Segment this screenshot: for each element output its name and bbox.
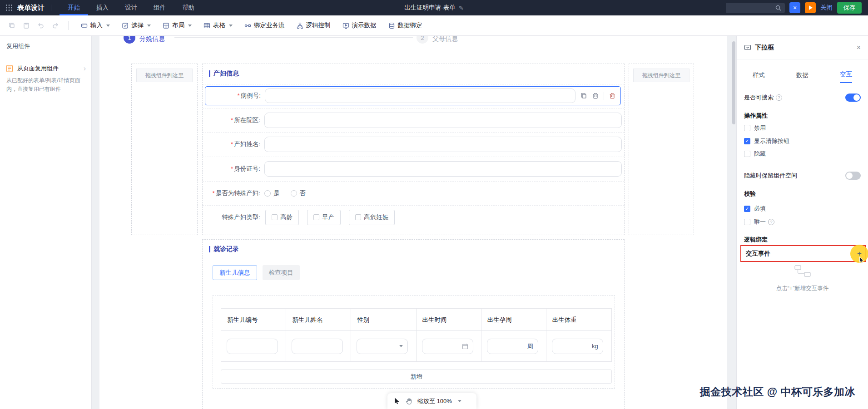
search-input[interactable]	[729, 5, 775, 11]
properties-panel: 下拉框 样式 数据 交互 是否可搜索 ? 操作属性 禁用 显示清除按钮 隐藏	[736, 36, 868, 409]
remove-component-icon[interactable]	[609, 92, 616, 99]
col-newborn-name: 新生儿姓名	[286, 309, 351, 331]
step-1-circle[interactable]: 1	[124, 36, 135, 44]
required-mark: *	[231, 165, 233, 172]
undo-icon[interactable]	[35, 20, 46, 31]
hand-pan-icon[interactable]	[405, 398, 412, 405]
section-maternal-info: 产妇信息 *病例号:	[202, 64, 625, 235]
field-special-maternal: *是否为特殊产妇: 是 否	[203, 181, 622, 205]
id-number-input[interactable]	[264, 161, 622, 177]
field-label: *所在院区:	[203, 116, 260, 124]
tab-style[interactable]: 样式	[737, 62, 780, 83]
birth-weight-input[interactable]: kg	[552, 339, 603, 354]
checkbox[interactable]	[744, 125, 750, 131]
tab-interaction[interactable]: 交互	[824, 62, 868, 83]
menu-item-design[interactable]: 设计	[117, 0, 145, 15]
case-number-input[interactable]	[265, 89, 575, 103]
reuse-component-card[interactable]: 从页面复用组件	[5, 64, 86, 73]
checkbox[interactable]	[744, 219, 750, 225]
close-button[interactable]: 关闭	[820, 4, 833, 12]
birth-time-datepicker[interactable]	[422, 339, 473, 354]
edit-title-icon[interactable]	[459, 5, 464, 11]
help-icon[interactable]: ?	[776, 94, 782, 101]
component-sidebar: 复用组件 从页面复用组件 从已配好的表单/列表/详情页面内，直接复用已有组件	[0, 36, 92, 409]
tab-check-items[interactable]: 检查项目	[263, 265, 300, 280]
keep-space-toggle[interactable]	[845, 172, 861, 180]
toolbar-select-dropdown[interactable]: 选择	[116, 19, 157, 32]
checkbox[interactable]	[744, 151, 750, 157]
chevron-down-icon[interactable]	[458, 400, 461, 402]
field-special-maternal-type: 特殊产妇类型: 高龄 早产 高危妊娠	[203, 205, 622, 229]
pointer-cursor-icon[interactable]	[393, 397, 400, 405]
add-row-button[interactable]: 新增	[221, 370, 612, 384]
dropzone-left[interactable]: 拖拽组件到这里	[131, 64, 198, 235]
section-title: 就诊记录	[209, 245, 239, 253]
toolbar-table-dropdown[interactable]: 表格	[198, 19, 238, 32]
watermark-text: 掘金技术社区 @ 中杯可乐多加冰	[700, 385, 855, 399]
menu-item-component[interactable]: 组件	[145, 0, 174, 15]
checkbox-row-unique[interactable]: 唯一 ?	[737, 217, 868, 227]
dropzone-right[interactable]: 拖拽组件到这里	[629, 64, 694, 235]
checkbox-row-required[interactable]: 必填	[737, 204, 868, 213]
section-title: 产妇信息	[209, 69, 239, 78]
checkbox-checked[interactable]	[744, 138, 750, 144]
panel-header: 下拉框	[737, 36, 868, 59]
newborn-name-input[interactable]	[292, 339, 343, 354]
checkbox-advanced-age[interactable]: 高龄	[265, 210, 299, 225]
clear-button[interactable]	[789, 2, 800, 13]
searchable-toggle[interactable]	[845, 94, 861, 102]
topbar: 表单设计 开始 插入 设计 组件 帮助 出生证明申请-表单	[0, 0, 868, 15]
checkbox[interactable]	[355, 214, 361, 220]
checkbox-row-hidden[interactable]: 隐藏	[737, 149, 868, 158]
toolbar-demo-data[interactable]: 演示数据	[337, 19, 382, 32]
gender-select[interactable]	[357, 339, 408, 354]
radio-yes-label: 是	[273, 189, 280, 197]
copy-icon[interactable]	[6, 20, 17, 31]
canvas-scrollbar[interactable]	[732, 41, 735, 124]
table-row: 周 kg	[221, 331, 611, 361]
empty-events-hint: 点击“+”新增交互事件	[737, 285, 868, 292]
checkbox-premature[interactable]: 早产	[307, 210, 341, 225]
checkbox-row-disable[interactable]: 禁用	[737, 123, 868, 133]
input-field-icon	[81, 22, 88, 29]
field-case-number-selected[interactable]: *病例号:	[205, 86, 621, 105]
save-button[interactable]: 保存	[837, 2, 862, 14]
menu-item-start[interactable]: 开始	[60, 0, 88, 15]
menu-item-help[interactable]: 帮助	[174, 0, 203, 15]
field-label: *是否为特殊产妇:	[203, 189, 260, 197]
table-grid-icon	[203, 22, 210, 29]
toolbar-logic-control[interactable]: 逻辑控制	[291, 19, 337, 32]
app-launcher-grid-icon[interactable]	[5, 4, 13, 11]
preview-run-button[interactable]	[805, 2, 816, 13]
gestational-week-input[interactable]: 周	[487, 339, 538, 354]
checkbox[interactable]	[272, 214, 278, 220]
radio-no[interactable]	[291, 190, 297, 197]
menu-item-insert[interactable]: 插入	[88, 0, 117, 15]
redo-icon[interactable]	[50, 20, 61, 31]
paste-icon[interactable]	[21, 20, 32, 31]
toolbar-bind-workflow[interactable]: 绑定业务流	[238, 19, 291, 32]
toolbar-layout-dropdown[interactable]: 布局	[157, 19, 198, 32]
radio-yes[interactable]	[264, 190, 271, 197]
chevron-down-icon	[229, 25, 233, 27]
toolbar-input-dropdown[interactable]: 输入	[75, 19, 116, 32]
col-gestational-week: 出生孕周	[481, 309, 546, 331]
close-panel-icon[interactable]	[857, 44, 861, 52]
demo-play-icon	[342, 22, 349, 29]
step-2-circle[interactable]: 2	[417, 36, 428, 44]
delete-icon[interactable]	[592, 92, 599, 99]
tab-data[interactable]: 数据	[780, 62, 824, 83]
divider	[604, 92, 604, 100]
checkbox-high-risk[interactable]: 高危妊娠	[349, 210, 395, 225]
toolbar-data-binding[interactable]: 数据绑定	[382, 19, 428, 32]
help-icon[interactable]: ?	[768, 219, 774, 225]
newborn-number-input[interactable]	[227, 339, 278, 354]
tab-newborn-info[interactable]: 新生儿信息	[213, 265, 257, 280]
checkbox-checked[interactable]	[744, 206, 750, 212]
checkbox[interactable]	[313, 214, 319, 220]
maternal-name-input[interactable]	[264, 137, 622, 152]
checkbox-row-show-clear[interactable]: 显示清除按钮	[737, 137, 868, 146]
hospital-area-input[interactable]	[264, 113, 622, 128]
search-box[interactable]	[726, 3, 785, 13]
duplicate-icon[interactable]	[580, 92, 587, 99]
